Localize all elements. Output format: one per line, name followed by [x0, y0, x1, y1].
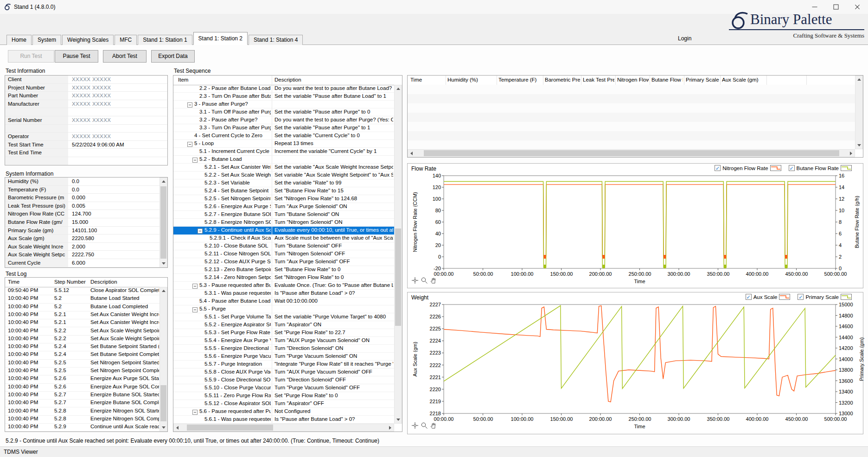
scrollbar-thumb[interactable]	[395, 228, 401, 326]
tree-item[interactable]: 5.2.12 - Close AUX Purge SOLTurn "Aux Pu…	[173, 258, 394, 266]
horizontal-scrollbar[interactable]	[173, 424, 394, 432]
tree-item[interactable]: 5.2.11 - Close Nitrogen SOLTurn "Nitroge…	[173, 250, 394, 258]
tree-item[interactable]: 5.5.12 - Close Aspirator SOLTurn "Aspira…	[173, 400, 394, 408]
tree-item[interactable]: 5.2.4 - Set Butane SetpointSet "Butane F…	[173, 187, 394, 195]
tree-item[interactable]: 5.5.3 - Set Purge Flow Rate SeSet "Purge…	[173, 329, 394, 337]
tab-stand-1-station-4[interactable]: Stand 1: Station 4	[249, 35, 303, 45]
tab-system[interactable]: System	[32, 35, 61, 45]
crosshair-icon[interactable]	[411, 422, 419, 429]
tree-item[interactable]: 2.2 - Pause after Butane Load?Do you wan…	[173, 85, 394, 93]
tree-item[interactable]: 5.5.7 - Purge Integration"Integrate "Pur…	[173, 361, 394, 368]
tree-item[interactable]: 5.2 - Butane Load	[173, 156, 394, 164]
vertical-scrollbar[interactable]	[160, 178, 167, 267]
crosshair-icon[interactable]	[411, 277, 419, 284]
tab-home[interactable]: Home	[6, 35, 32, 45]
tree-item[interactable]: 5.2.6 - Energize Aux Purge SCTurn "Aux P…	[173, 203, 394, 211]
tree-item[interactable]: 3.1 - Turn Off Pause after PurgeSet the …	[173, 108, 394, 116]
tree-item[interactable]: 5.5 - Purge	[173, 305, 394, 313]
close-button[interactable]	[847, 0, 868, 14]
vertical-scrollbar[interactable]	[394, 85, 402, 424]
tree-item[interactable]: 5.5.8 - Close AUX Purge VacuTurn "AUX Pu…	[173, 368, 394, 376]
tree-item[interactable]: 5.5.5 - Energize Directional SoTurn "Dir…	[173, 345, 394, 353]
log-row[interactable]: 10:00:40 PM5.2Butane Load Started	[5, 295, 160, 303]
tree-item[interactable]: 5.2.1 - Set Aux Canister WeigSet the var…	[173, 164, 394, 171]
scroll-down-button[interactable]	[395, 416, 402, 423]
pan-icon[interactable]	[430, 277, 437, 284]
pause-test-button[interactable]: Pause Test	[55, 50, 98, 63]
log-row[interactable]: 10:00:40 PM5.2.9Continue until Aux Scale…	[5, 423, 160, 432]
vertical-scrollbar[interactable]	[160, 287, 167, 432]
tree-item[interactable]: 5 - LoopRepeat 13 times	[173, 140, 394, 148]
zoom-icon[interactable]	[421, 422, 428, 429]
log-row[interactable]: 10:00:40 PM5.2.5Set Nitrogen Setpoint St…	[5, 359, 160, 368]
scroll-down-button[interactable]	[855, 142, 862, 149]
vertical-scrollbar[interactable]	[855, 76, 863, 149]
tree-item[interactable]: 5.2.7 - Energize Butane SOLTurn "Butane …	[173, 211, 394, 219]
log-row[interactable]: 10:00:40 PM5.2.8Energize Nitrogen SOL Co…	[5, 415, 160, 424]
scroll-right-button[interactable]	[848, 150, 855, 157]
scroll-up-button[interactable]	[160, 178, 167, 185]
tree-item[interactable]: 4 - Set Current Cycle to ZeroSet the var…	[173, 132, 394, 140]
tab-mfc[interactable]: MFC	[115, 35, 137, 45]
log-row[interactable]: 10:00:40 PM5.2Butane Load Completed	[5, 303, 160, 311]
scrollbar-thumb[interactable]	[160, 186, 166, 259]
scroll-right-button[interactable]	[387, 424, 394, 431]
tree-item[interactable]: 5.5.1 - Set Purge Volume TargSet the var…	[173, 313, 394, 321]
scroll-up-button[interactable]	[855, 76, 862, 83]
tab-weighing-scales[interactable]: Weighing Scales	[62, 35, 114, 45]
log-row[interactable]: 10:00:40 PM5.2.6Energize Aux Purge SOL S…	[5, 375, 160, 383]
tree-item[interactable]: 3.3 - Turn On Pause after PurgeSet the v…	[173, 124, 394, 132]
export-data-button[interactable]: Export Data	[151, 50, 195, 63]
scrollbar-thumb[interactable]	[187, 425, 273, 431]
scrollbar-thumb[interactable]	[160, 385, 166, 421]
log-row[interactable]: 10:00:40 PM5.2.5Set Nitrogen Setpoint Co…	[5, 367, 160, 375]
tree-item[interactable]: 5.2.5 - Set Nitrogen SetpointSet "Nitrog…	[173, 195, 394, 203]
log-row[interactable]: 10:00:40 PM5.2.7Energize Butane SOL Star…	[5, 391, 160, 400]
log-row[interactable]: 10:00:40 PM5.2.4Set Butane Setpoint Comp…	[5, 351, 160, 359]
tree-item[interactable]: 5.2.9 - Continue until Aux ScEvaluate ev…	[173, 227, 394, 235]
tree-item[interactable]: 5.5.11 - Zero Purge Flow RateSet "Purge …	[173, 392, 394, 400]
log-row[interactable]: 10:00:40 PM5.2.4Set Butane Setpoint Star…	[5, 343, 160, 351]
tree-item[interactable]: 5.6 - Pause requested after PurgNot Conf…	[173, 408, 394, 416]
collapse-icon[interactable]	[192, 410, 198, 415]
tree-item[interactable]: 5.3.1 - Was pause requestedIs "Pause aft…	[173, 290, 394, 298]
tree-item[interactable]: 2.3 - Turn On Pause after ButaneSet the …	[173, 93, 394, 101]
tree-item[interactable]: 5.2.3 - Set VariableSet the variable "Ra…	[173, 179, 394, 187]
tree-item[interactable]: 5.5.2 - Energize Aspirator SOLTurn "Aspi…	[173, 321, 394, 329]
tree-item[interactable]: 5.2.8 - Energize Nitrogen SOLTurn "Nitro…	[173, 219, 394, 227]
tree-item[interactable]: 5.2.9.1 - Check if Aux ScalAux Scale mus…	[173, 235, 394, 242]
log-row[interactable]: 10:00:40 PM5.2.6Energize Aux Purge SOL C…	[5, 383, 160, 392]
collapse-icon[interactable]	[192, 307, 198, 312]
horizontal-scrollbar[interactable]	[408, 149, 855, 157]
tree-item[interactable]: 5.2.2 - Set Aux Scale Weight SSet variab…	[173, 171, 394, 179]
tab-stand-1-station-1[interactable]: Stand 1: Station 1	[138, 35, 192, 45]
pan-icon[interactable]	[430, 422, 437, 429]
tree-item[interactable]: 3.2 - Pause after Purge?Do you want the …	[173, 116, 394, 124]
tree-item[interactable]: 3 - Pause after Purge?	[173, 101, 394, 108]
scrollbar-thumb[interactable]	[424, 150, 839, 156]
scroll-left-button[interactable]	[408, 150, 415, 157]
scroll-up-button[interactable]	[395, 85, 402, 92]
tree-item[interactable]: 5.4 - Pause after Butane LoadWait 00:10:…	[173, 298, 394, 305]
abort-test-button[interactable]: Abort Test	[103, 50, 147, 63]
tree-item[interactable]: 5.1 - Increment Current CycleIncrement t…	[173, 148, 394, 156]
tab-stand-1-station-2[interactable]: Stand 1: Station 2	[193, 32, 248, 45]
tree-item[interactable]: 5.6.1 - Was pause requestedIs "Pause aft…	[173, 416, 394, 424]
tree-item[interactable]: 5.5.6 - Energize Purge VacuumTurn "Purge…	[173, 353, 394, 361]
tree-item[interactable]: 5.5.4 - Energize Aux Purge VaTurn "AUX P…	[173, 337, 394, 345]
tree-item[interactable]: 5.3 - Pause requested after ButaEvaluate…	[173, 282, 394, 290]
collapse-icon[interactable]	[192, 158, 198, 163]
collapse-icon[interactable]	[187, 142, 192, 147]
scroll-up-button[interactable]	[160, 287, 167, 294]
tree-item[interactable]: 5.2.14 - Zero Nitrogen SetpoiSet "Nitrog…	[173, 274, 394, 282]
log-row[interactable]: 09:50:40 PM5.5.12Close Aspirator SOL Com…	[5, 287, 160, 295]
log-row[interactable]: 10:00:40 PM5.2.1Set Aux Canister Weight …	[5, 319, 160, 327]
collapse-icon[interactable]	[198, 228, 203, 234]
tree-item[interactable]: 5.5.9 - Close Directional SOLTurn "Direc…	[173, 376, 394, 384]
log-row[interactable]: 10:00:40 PM5.2.1Set Aux Canister Weight …	[5, 311, 160, 319]
tree-item[interactable]: 5.2.10 - Close Butane SOLTurn "Butane So…	[173, 242, 394, 250]
collapse-icon[interactable]	[192, 284, 198, 289]
log-row[interactable]: 10:00:40 PM5.2.7Energize Butane SOL Comp…	[5, 399, 160, 407]
log-row[interactable]: 10:00:40 PM5.2.8Energize Nitrogen SOL St…	[5, 407, 160, 416]
log-row[interactable]: 10:00:40 PM5.2.2Set Aux Scale Weight Set…	[5, 327, 160, 336]
